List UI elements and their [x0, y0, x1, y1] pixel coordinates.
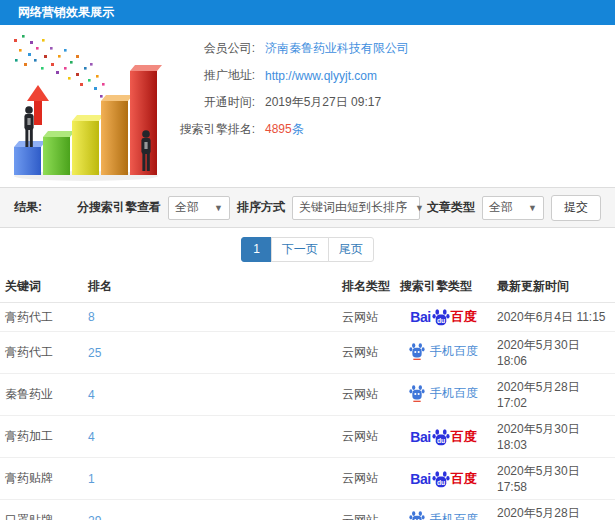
- baidu-paw-icon: du: [432, 428, 450, 446]
- baidu-logo: Bai du 百度: [410, 308, 476, 326]
- company-label: 会员公司:: [160, 40, 255, 57]
- promo-url-label: 推广地址:: [160, 67, 255, 84]
- table-row: 膏药加工4云网站Bai du 百度2020年5月30日 18:03: [0, 416, 615, 458]
- table-row: 膏药贴牌1云网站Bai du 百度2020年5月30日 17:58: [0, 458, 615, 500]
- page-1-button[interactable]: 1: [241, 237, 272, 262]
- col-header-3: 搜索引擎类型: [395, 271, 492, 303]
- engine-cell: Bai du 百度: [395, 458, 492, 500]
- chevron-down-icon: ▼: [520, 203, 537, 213]
- svg-text:du: du: [437, 317, 445, 324]
- rank-cell[interactable]: 8: [83, 303, 337, 332]
- col-header-4: 最新更新时间: [492, 271, 615, 303]
- rank-cell[interactable]: 4: [83, 374, 337, 416]
- mobile-baidu-logo: 手机百度: [409, 342, 478, 360]
- mobile-baidu-paw-icon: [409, 384, 425, 402]
- rank-cell[interactable]: 1: [83, 458, 337, 500]
- keyword-cell: 膏药加工: [0, 416, 83, 458]
- updated-cell: 2020年5月30日 18:06: [492, 332, 615, 374]
- rank-cell[interactable]: 25: [83, 332, 337, 374]
- updated-cell: 2020年5月30日 17:58: [492, 458, 615, 500]
- engine-cell: 手机百度: [395, 332, 492, 374]
- chevron-down-icon: ▼: [206, 203, 223, 213]
- col-header-2: 排名类型: [337, 271, 395, 303]
- rank-type-cell: 云网站: [337, 500, 395, 520]
- results-table: 关键词排名排名类型搜索引擎类型最新更新时间 膏药代工8云网站Bai du 百度2…: [0, 271, 615, 520]
- promo-url-link[interactable]: http://www.qlyyjt.com: [265, 69, 377, 83]
- info-row-ranking-count: 搜索引擎排名: 4895条: [160, 116, 409, 143]
- pagination: 1 下一页 尾页: [0, 228, 615, 271]
- info-row-url: 推广地址: http://www.qlyyjt.com: [160, 62, 409, 89]
- businessman-left: [24, 106, 33, 147]
- ranking-count-number: 4895: [265, 122, 292, 136]
- article-type-selected: 全部: [489, 199, 513, 216]
- page-title: 网络营销效果展示: [0, 4, 114, 21]
- baidu-logo: Bai du 百度: [410, 470, 476, 488]
- results-section-label: 结果:: [14, 199, 42, 216]
- info-row-open-time: 开通时间: 2019年5月27日 09:17: [160, 89, 409, 116]
- growth-chart-illustration: [6, 29, 170, 183]
- filter-controls: 分搜索引擎查看 全部 ▼ 排序方式 关键词由短到长排序 ▼ 文章类型 全部 ▼ …: [77, 195, 601, 221]
- col-header-0: 关键词: [0, 271, 83, 303]
- rank-type-cell: 云网站: [337, 303, 395, 332]
- engine-cell: Bai du 百度: [395, 416, 492, 458]
- table-header-row: 关键词排名排名类型搜索引擎类型最新更新时间: [0, 271, 615, 303]
- info-list: 会员公司: 济南秦鲁药业科技有限公司 推广地址: http://www.qlyy…: [160, 35, 409, 143]
- ranking-count-value: 4895条: [265, 121, 304, 138]
- sort-label: 排序方式: [237, 199, 285, 216]
- keyword-cell: 口罩贴牌: [0, 500, 83, 520]
- rank-type-cell: 云网站: [337, 374, 395, 416]
- mobile-baidu-paw-icon: [409, 342, 425, 360]
- keyword-cell: 秦鲁药业: [0, 374, 83, 416]
- ranking-count-label: 搜索引擎排名:: [160, 121, 255, 138]
- engine-filter-select[interactable]: 全部 ▼: [168, 196, 230, 220]
- svg-text:du: du: [437, 478, 445, 485]
- sort-select[interactable]: 关键词由短到长排序 ▼: [292, 196, 420, 220]
- mobile-baidu-paw-icon: [409, 510, 425, 520]
- engine-cell: 手机百度: [395, 500, 492, 520]
- keyword-cell: 膏药代工: [0, 303, 83, 332]
- last-page-button[interactable]: 尾页: [328, 237, 374, 262]
- chevron-down-icon: ▼: [407, 203, 424, 213]
- keyword-cell: 膏药贴牌: [0, 458, 83, 500]
- mobile-baidu-logo: 手机百度: [409, 384, 478, 402]
- table-row: 膏药代工8云网站Bai du 百度2020年6月4日 11:15: [0, 303, 615, 332]
- ranking-count-unit: 条: [292, 122, 304, 136]
- table-row: 口罩贴牌29云网站 手机百度2020年5月28日 16:55: [0, 500, 615, 520]
- rank-type-cell: 云网站: [337, 458, 395, 500]
- updated-cell: 2020年5月30日 18:03: [492, 416, 615, 458]
- col-header-1: 排名: [83, 271, 337, 303]
- mobile-baidu-logo: 手机百度: [409, 510, 478, 520]
- rank-cell[interactable]: 4: [83, 416, 337, 458]
- sort-selected: 关键词由短到长排序: [299, 199, 407, 216]
- filter-bar: 结果: 分搜索引擎查看 全部 ▼ 排序方式 关键词由短到长排序 ▼ 文章类型 全…: [0, 187, 615, 228]
- header-bar: 网络营销效果展示: [0, 0, 615, 25]
- table-row: 膏药代工25云网站 手机百度2020年5月30日 18:06: [0, 332, 615, 374]
- company-name-link[interactable]: 济南秦鲁药业科技有限公司: [265, 40, 409, 57]
- info-section: 会员公司: 济南秦鲁药业科技有限公司 推广地址: http://www.qlyy…: [0, 25, 615, 187]
- updated-cell: 2020年5月28日 16:55: [492, 500, 615, 520]
- article-type-label: 文章类型: [427, 199, 475, 216]
- baidu-paw-icon: du: [432, 308, 450, 326]
- open-time-label: 开通时间:: [160, 94, 255, 111]
- baidu-paw-icon: du: [432, 470, 450, 488]
- engine-cell: Bai du 百度: [395, 303, 492, 332]
- confetti-dots: [14, 35, 105, 98]
- updated-cell: 2020年5月28日 17:02: [492, 374, 615, 416]
- engine-filter-label: 分搜索引擎查看: [77, 199, 161, 216]
- open-time-value: 2019年5月27日 09:17: [265, 94, 381, 111]
- rank-type-cell: 云网站: [337, 332, 395, 374]
- updated-cell: 2020年6月4日 11:15: [492, 303, 615, 332]
- table-body: 膏药代工8云网站Bai du 百度2020年6月4日 11:15膏药代工25云网…: [0, 303, 615, 520]
- engine-filter-selected: 全部: [175, 199, 199, 216]
- svg-text:du: du: [437, 436, 445, 443]
- rank-cell[interactable]: 29: [83, 500, 337, 520]
- next-page-button[interactable]: 下一页: [271, 237, 329, 262]
- engine-cell: 手机百度: [395, 374, 492, 416]
- rank-type-cell: 云网站: [337, 416, 395, 458]
- info-row-company: 会员公司: 济南秦鲁药业科技有限公司: [160, 35, 409, 62]
- baidu-logo: Bai du 百度: [410, 428, 476, 446]
- page: 网络营销效果展示: [0, 0, 615, 520]
- table-row: 秦鲁药业4云网站 手机百度2020年5月28日 17:02: [0, 374, 615, 416]
- article-type-select[interactable]: 全部 ▼: [482, 196, 544, 220]
- submit-button[interactable]: 提交: [551, 195, 601, 221]
